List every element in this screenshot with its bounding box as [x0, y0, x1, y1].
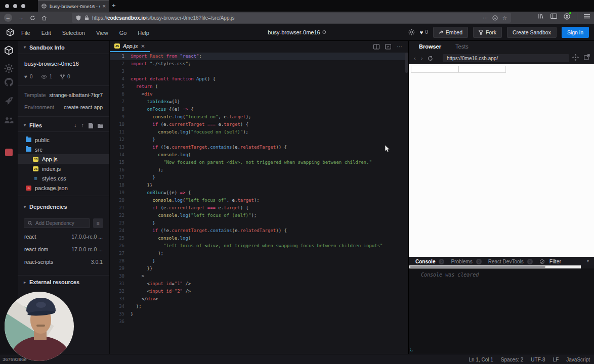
upload-icon[interactable]: ↑ — [81, 122, 84, 128]
status-item-javascript[interactable]: JavaScript — [566, 357, 590, 362]
fork-button[interactable]: Fork — [473, 27, 502, 38]
clear-console-icon[interactable] — [540, 259, 544, 264]
code-line-20[interactable]: 20 console.log("left focus of", e.target… — [110, 197, 408, 204]
sandbox-explorer-icon[interactable] — [4, 46, 14, 55]
github-icon[interactable] — [4, 77, 14, 87]
file-row-index-js[interactable]: JSindex.js — [18, 164, 109, 173]
preview-window-icon[interactable] — [385, 44, 391, 50]
code-line-14[interactable]: 14 console.log( — [110, 151, 408, 159]
code-line-26[interactable]: 26 "left focus of <div>, not triggered w… — [110, 242, 408, 250]
code-line-23[interactable]: 23 } — [110, 219, 408, 227]
like-counter[interactable]: ♥0 — [420, 29, 428, 35]
embed-button[interactable]: Embed — [433, 27, 468, 38]
preview-url-bar[interactable]: https://0me16.csb.app/ — [443, 54, 569, 62]
code-line-12[interactable]: 12 } — [110, 136, 408, 144]
code-line-3[interactable]: 3 — [110, 68, 408, 75]
code-line-9[interactable]: 9 console.log("focused on", e.target); — [110, 113, 408, 121]
files-section-header[interactable]: ▾ Files ↓ ↑ — [18, 119, 109, 132]
console-collapse-chevron-icon[interactable]: ▾ — [587, 259, 589, 263]
file-row-public[interactable]: public — [18, 135, 109, 145]
code-line-36[interactable]: 36 — [110, 318, 408, 326]
settings-gear-icon[interactable] — [4, 64, 14, 73]
console-tab-react-devtools[interactable]: React DevTools0 — [488, 259, 533, 264]
tab-close-icon[interactable]: ✕ — [141, 43, 145, 49]
collapse-caret-icon[interactable]: ▾ — [24, 205, 26, 209]
new-tab-button[interactable]: + — [112, 2, 116, 9]
add-dependency-input[interactable]: Add Dependency — [24, 218, 90, 228]
preview-input-1[interactable] — [411, 66, 458, 73]
url-bar[interactable]: https://codesandbox.io/s/busy-browser-0m… — [72, 13, 511, 23]
sandbox-info-section-header[interactable]: ▾ Sandbox Info — [18, 41, 109, 54]
download-icon[interactable]: ↓ — [74, 122, 77, 128]
menu-hamburger-icon[interactable] — [584, 14, 590, 19]
console-tab-console[interactable]: Console0 — [415, 259, 444, 264]
status-item-ln[interactable]: Ln 1, Col 1 — [469, 357, 493, 362]
deployment-rocket-icon[interactable] — [4, 96, 14, 106]
status-item-spaces[interactable]: Spaces: 2 — [501, 357, 523, 362]
code-line-5[interactable]: 5 return ( — [110, 83, 408, 90]
back-button[interactable]: ← — [4, 14, 12, 22]
menu-help[interactable]: Help — [138, 30, 149, 36]
code-line-34[interactable]: 34 ); — [110, 303, 408, 310]
editor-tab-appjs[interactable]: JS App.js ✕ — [110, 41, 150, 52]
tracking-shield-icon[interactable] — [76, 15, 81, 21]
environment-value[interactable]: create-react-app — [64, 104, 103, 110]
code-line-15[interactable]: 15 "Now focused on parent <div>, not tri… — [110, 159, 408, 166]
code-line-16[interactable]: 16 ); — [110, 166, 408, 174]
dependency-menu-button[interactable]: ≡ — [93, 218, 103, 228]
code-line-18[interactable]: 18 }} — [110, 181, 408, 189]
live-users-icon[interactable] — [4, 115, 14, 125]
preferences-gear-icon[interactable] — [408, 29, 415, 35]
code-content[interactable]: 1import React from "react";2import "./st… — [110, 53, 408, 326]
collapse-caret-icon[interactable]: ▾ — [24, 45, 26, 50]
frozen-icon[interactable] — [323, 30, 326, 34]
code-line-11[interactable]: 11 console.log("focused on (self)"); — [110, 128, 408, 136]
create-sandbox-button[interactable]: Create Sandbox — [507, 27, 557, 38]
code-line-13[interactable]: 13 if (!e.currentTarget.contains(e.relat… — [110, 144, 408, 151]
expand-caret-icon[interactable]: ▸ — [24, 280, 26, 285]
code-line-35[interactable]: 35} — [110, 310, 408, 318]
forward-button[interactable]: → — [18, 15, 24, 21]
dependency-row-react-scripts[interactable]: react-scripts3.0.1 — [18, 255, 109, 268]
code-line-19[interactable]: 19 onBlur={(e) => { — [110, 189, 408, 197]
sidebars-icon[interactable] — [550, 13, 557, 19]
menu-view[interactable]: View — [96, 30, 108, 36]
preview-forward-icon[interactable]: › — [421, 55, 423, 61]
account-icon[interactable] — [564, 13, 570, 20]
code-line-29[interactable]: 29 }} — [110, 265, 408, 272]
status-item-utf-8[interactable]: UTF-8 — [531, 357, 545, 362]
menu-go[interactable]: Go — [119, 30, 127, 36]
tab-close-icon[interactable]: × — [103, 4, 106, 9]
editor-scrollbar[interactable] — [405, 53, 408, 73]
code-line-31[interactable]: 31 <input id="1" /> — [110, 280, 408, 288]
window-minimize-button[interactable] — [13, 4, 17, 8]
reload-icon[interactable] — [30, 15, 35, 21]
dependency-row-react[interactable]: react17.0.0-rc.0 ... — [18, 230, 109, 243]
code-line-7[interactable]: 7 tabIndex={1} — [110, 98, 408, 106]
home-icon[interactable] — [41, 15, 47, 21]
preview-refresh-icon[interactable] — [428, 56, 433, 61]
menu-file[interactable]: File — [21, 30, 30, 36]
external-resources-section-header[interactable]: ▸ External resources — [18, 276, 109, 289]
file-row-src[interactable]: src — [18, 145, 109, 154]
dependencies-section-header[interactable]: ▾ Dependencies — [18, 200, 109, 213]
editor-more-actions-icon[interactable]: ··· — [397, 43, 402, 50]
preview-back-icon[interactable]: ‹ — [414, 55, 416, 61]
code-line-17[interactable]: 17 } — [110, 174, 408, 181]
menu-edit[interactable]: Edit — [41, 30, 51, 36]
browser-tab[interactable]: busy-browser-0me16 - CodeSa × — [38, 0, 109, 12]
split-view-icon[interactable] — [373, 44, 379, 50]
page-actions-icon[interactable]: ··· — [483, 15, 488, 21]
status-item-lf[interactable]: LF — [553, 357, 559, 362]
responsive-mode-icon[interactable] — [572, 54, 579, 61]
recording-indicator-icon[interactable] — [5, 149, 13, 156]
code-line-30[interactable]: 30 > — [110, 272, 408, 280]
code-line-8[interactable]: 8 onFocus={(e) => { — [110, 106, 408, 113]
new-folder-icon[interactable] — [98, 123, 103, 128]
preview-input-2[interactable] — [458, 66, 506, 73]
sign-in-button[interactable]: Sign in — [562, 27, 589, 38]
dependency-row-react-dom[interactable]: react-dom17.0.0-rc.0 ... — [18, 243, 109, 255]
code-line-33[interactable]: 33 </div> — [110, 295, 408, 303]
code-line-27[interactable]: 27 ); — [110, 250, 408, 257]
code-line-10[interactable]: 10 if (e.currentTarget === e.target) { — [110, 121, 408, 128]
